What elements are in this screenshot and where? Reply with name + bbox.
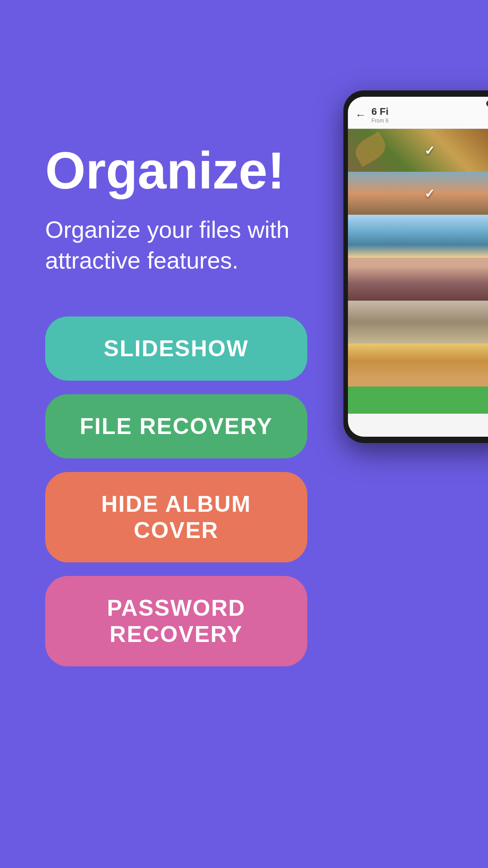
grid-item-green[interactable] [348, 387, 488, 414]
grid-item-woman[interactable] [348, 258, 488, 301]
phone-mockup: ← 6 Fi From 6 ✓ [343, 90, 488, 443]
buttons-container: SLIDESHOW FILE RECOVERY HIDE ALBUM COVER… [45, 316, 307, 666]
grid-item-leaf[interactable]: ✓ [348, 129, 488, 172]
file-recovery-button[interactable]: FILE RECOVERY [45, 394, 307, 458]
header-title: 6 Fi [371, 106, 389, 118]
grid-item-street[interactable]: ✓ [348, 172, 488, 215]
app-header: ← 6 Fi From 6 [348, 97, 488, 129]
slideshow-button[interactable]: SLIDESHOW [45, 316, 307, 381]
main-container: Organize! Organize your files with attra… [0, 0, 488, 868]
right-section: ← 6 Fi From 6 ✓ [343, 0, 488, 868]
back-arrow-icon[interactable]: ← [355, 108, 366, 121]
app-grid: ✓ ✓ [348, 129, 488, 414]
headline: Organize! [45, 145, 307, 197]
grid-item-autumn[interactable] [348, 344, 488, 387]
grid-item-beach[interactable] [348, 215, 488, 258]
subtitle: Organize your files with attractive feat… [45, 215, 307, 276]
header-subtitle: From 6 [371, 118, 389, 124]
phone-screen: ← 6 Fi From 6 ✓ [348, 97, 488, 437]
grid-item-plane[interactable] [348, 301, 488, 344]
checkmark-leaf: ✓ [424, 143, 435, 158]
left-section: Organize! Organize your files with attra… [0, 0, 343, 868]
checkmark-street: ✓ [424, 186, 435, 201]
password-recovery-button[interactable]: PASSWORD RECOVERY [45, 576, 307, 666]
header-text: 6 Fi From 6 [371, 106, 389, 124]
phone-body: ← 6 Fi From 6 ✓ [343, 90, 488, 443]
hide-album-cover-button[interactable]: HIDE ALBUM COVER [45, 472, 307, 562]
